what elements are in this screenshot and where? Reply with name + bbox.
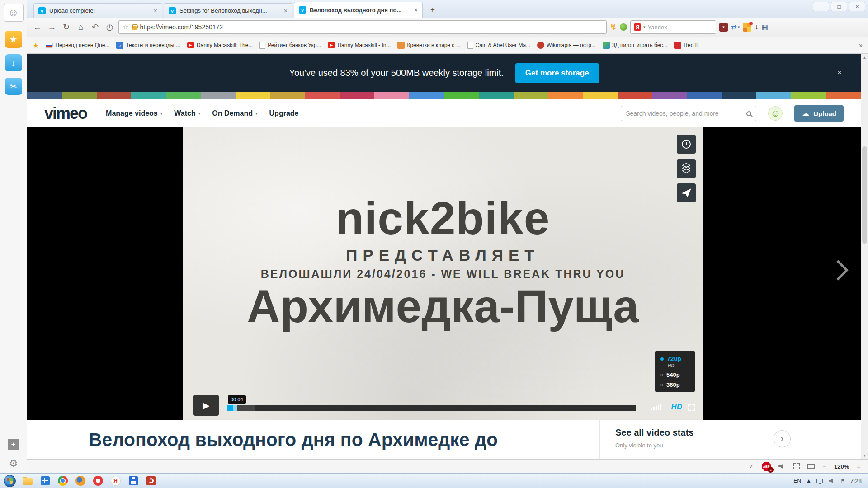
bookmark-item[interactable]: ▶Danny Macaskill: The...	[187, 42, 253, 48]
stripe-segment	[374, 92, 409, 99]
next-video-chevron[interactable]	[828, 260, 848, 280]
extension-check-icon[interactable]: ✓	[749, 462, 755, 470]
nav-upgrade[interactable]: Upgrade	[269, 109, 299, 117]
sidebar-bookmarks-button[interactable]: ★	[5, 31, 22, 48]
clock[interactable]: 7:28	[850, 478, 862, 484]
vimeo-search[interactable]	[621, 106, 756, 121]
bookmark-item[interactable]: 3Д пилот играть бес...	[603, 42, 667, 49]
collections-button[interactable]	[677, 159, 696, 178]
watch-later-button[interactable]	[677, 135, 696, 154]
scroll-up-icon[interactable]: ▲	[861, 54, 868, 61]
tray-expand-icon[interactable]: ▲	[806, 478, 811, 484]
search-input[interactable]	[626, 110, 744, 117]
share-button[interactable]	[677, 183, 696, 202]
search-icon[interactable]	[746, 111, 751, 116]
stats-chevron-button[interactable]: ›	[774, 430, 791, 447]
reload-icon[interactable]: ↻	[61, 22, 72, 32]
split-view-icon[interactable]	[807, 464, 815, 469]
close-window-button[interactable]: ×	[849, 2, 865, 11]
avatar[interactable]: ☺	[768, 106, 783, 121]
tab-upload-complete[interactable]: v Upload complete! ×	[33, 3, 162, 18]
nav-watch[interactable]: Watch▾	[174, 109, 200, 117]
speaker-icon[interactable]	[778, 464, 786, 469]
page-scrollbar[interactable]: ▲ ▼	[861, 54, 868, 459]
downloads-icon[interactable]: ↓	[755, 23, 759, 32]
video-surface[interactable]: nick2bike ПРЕДСТАВЛЯЕТ ВЕЛОШАШЛИ 24/04/2…	[183, 127, 703, 420]
action-center-icon[interactable]: ⚑	[840, 478, 845, 484]
smiley-button[interactable]: ☺	[4, 4, 24, 22]
play-button[interactable]: ▶	[193, 395, 219, 416]
file-explorer-button[interactable]	[21, 475, 33, 487]
bookmark-item[interactable]: ♪Тексты и переводы ...	[116, 42, 180, 49]
bookmark-item[interactable]: Перевод песен Que...	[46, 42, 109, 48]
monitor-icon[interactable]	[816, 479, 823, 483]
volume-icon[interactable]	[829, 479, 835, 483]
bookmark-item[interactable]: ▶Danny Macaskill - In...	[328, 42, 391, 48]
quality-option-360p[interactable]: 360p	[660, 381, 689, 388]
get-more-storage-button[interactable]: Get more storage	[515, 63, 599, 83]
fullscreen-icon[interactable]	[688, 404, 695, 411]
bookmark-star-icon[interactable]: ☆	[123, 23, 128, 31]
forward-icon[interactable]: →	[46, 23, 57, 32]
bookmarks-overflow-icon[interactable]: »	[859, 42, 863, 49]
safety-rating-icon[interactable]	[620, 23, 627, 31]
history-icon[interactable]: ◷	[104, 22, 115, 32]
stats-link[interactable]: See all video stats	[615, 427, 861, 438]
home-icon[interactable]: ⌂	[75, 23, 86, 32]
url-bar[interactable]: ☆ https://vimeo.com/195250172	[118, 20, 607, 34]
volume-control[interactable]	[651, 404, 661, 410]
timeline[interactable]	[227, 405, 636, 411]
opera-button[interactable]	[92, 475, 104, 487]
tab-close-icon[interactable]: ×	[284, 7, 288, 14]
quality-option-720p[interactable]: 720p	[660, 355, 689, 362]
turbo-icon[interactable]: ↯	[610, 22, 617, 32]
upload-button[interactable]: ☁ Upload	[794, 105, 844, 122]
bookmarks-panel-icon[interactable]: ▦	[762, 23, 768, 31]
nav-manage-videos[interactable]: Manage videos▾	[106, 109, 162, 117]
grid-extension-icon[interactable]	[743, 23, 751, 32]
yandex-browser-button[interactable]: Я	[109, 475, 122, 487]
reader-app-button[interactable]	[145, 475, 157, 487]
nav-on-demand[interactable]: On Demand▾	[212, 109, 257, 117]
zoom-in-button[interactable]: +	[857, 463, 861, 470]
quality-option-540p[interactable]: 540p	[660, 371, 689, 378]
minimize-button[interactable]: –	[813, 2, 829, 11]
chrome-button[interactable]	[57, 475, 69, 487]
language-indicator[interactable]: EN	[793, 478, 801, 484]
zoom-out-button[interactable]: −	[822, 463, 826, 470]
extension-red-button[interactable]: ▾	[719, 23, 728, 32]
bookmark-item[interactable]: Cain & Abel User Ma...	[467, 42, 530, 49]
vimeo-logo[interactable]: vimeo	[44, 104, 87, 123]
new-tab-button[interactable]: +	[426, 5, 439, 15]
sidebar-settings-button[interactable]: ⚙	[9, 458, 18, 469]
sidebar-add-button[interactable]: +	[8, 439, 19, 450]
translate-extension-icon[interactable]: ⇄▾	[731, 23, 740, 31]
bookmark-item[interactable]: Red B	[674, 42, 698, 49]
search-engine-bar[interactable]: Я ▾ Yandex	[630, 20, 716, 34]
adblock-button[interactable]: ABP 2	[762, 462, 771, 471]
start-button[interactable]	[4, 475, 16, 487]
tab-close-icon[interactable]: ×	[154, 7, 157, 14]
sidebar-download-button[interactable]: ↓	[5, 54, 22, 71]
banner-close-icon[interactable]: ×	[837, 68, 842, 77]
save-app-button[interactable]	[127, 475, 139, 487]
scrollbar-thumb[interactable]	[862, 146, 867, 244]
bookmarks-star-icon[interactable]: ★	[33, 41, 39, 50]
bookmark-item[interactable]: Рейтинг банков Укр...	[259, 42, 321, 49]
firefox-button[interactable]	[74, 475, 86, 487]
back-icon[interactable]: ←	[32, 23, 43, 32]
tab-video-page[interactable]: v Велопоход выходного дня по... ×	[294, 2, 423, 18]
sidebar-clip-button[interactable]: ✂	[5, 78, 22, 95]
undo-icon[interactable]: ↶	[90, 22, 101, 32]
bookmark-item[interactable]: Креветки в кляре с ...	[397, 42, 460, 49]
computer-button[interactable]	[39, 475, 51, 487]
tab-close-icon[interactable]: ×	[414, 6, 418, 14]
maximize-button[interactable]: □	[831, 2, 847, 11]
bookmark-item[interactable]: Wikimapia — остр...	[537, 42, 596, 49]
scroll-down-icon[interactable]: ▼	[861, 452, 868, 459]
tab-settings[interactable]: v Settings for Велопоход выходн... ×	[164, 3, 292, 18]
scrubber-handle[interactable]	[233, 405, 237, 411]
fullscreen-mode-icon[interactable]	[793, 463, 800, 469]
hd-badge[interactable]: HD	[671, 403, 682, 412]
chevron-down-icon[interactable]: ▾	[643, 25, 646, 29]
